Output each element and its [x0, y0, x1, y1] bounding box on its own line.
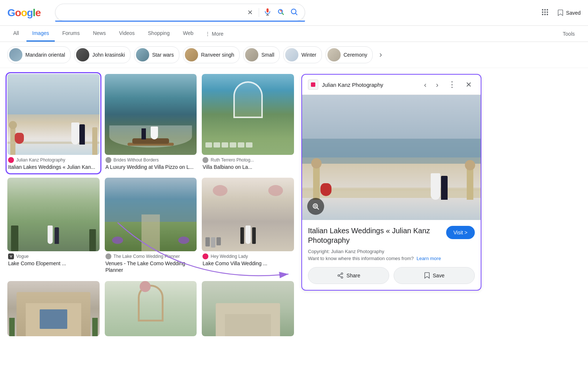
- panel-body: Italian Lakes Weddings « Julian Kanz Pho…: [302, 220, 481, 290]
- save-bookmark-icon: [424, 272, 430, 279]
- panel-next-button[interactable]: ›: [433, 79, 441, 90]
- tab-more[interactable]: ⋮More: [201, 26, 228, 41]
- panel-main-image: [302, 95, 481, 220]
- card-3-title: Villa Balbiano on La...: [202, 164, 293, 170]
- tab-images[interactable]: Images: [26, 26, 55, 42]
- clear-search-button[interactable]: ✕: [245, 8, 255, 17]
- chip-winter[interactable]: Winter: [283, 46, 322, 63]
- svg-line-23: [339, 274, 341, 275]
- chip-ranveer-singh[interactable]: Ranveer singh: [183, 46, 240, 63]
- svg-rect-14: [547, 14, 548, 15]
- card-4-title: Lake Como Elopement ...: [8, 260, 99, 267]
- search-bar-container: wedding photo from lake como ✕: [55, 4, 305, 22]
- mic-icon: [263, 8, 272, 16]
- card-6-title: Lake Como Villa Wedding ...: [202, 260, 293, 267]
- image-grid: Julian Kanz Photography Italian Lakes We…: [0, 68, 301, 342]
- image-card-6[interactable]: Hey Wedding Lady Lake Como Villa Wedding…: [202, 178, 294, 276]
- panel-more-button[interactable]: ⋮: [445, 79, 459, 90]
- chip-mandarin-oriental[interactable]: Mandarin oriental: [7, 46, 71, 63]
- svg-line-17: [317, 208, 319, 210]
- svg-point-20: [338, 275, 340, 277]
- svg-rect-13: [544, 14, 546, 15]
- svg-rect-11: [547, 11, 548, 13]
- card-5-title: Venues - The Lake Como Wedding Planner: [105, 260, 196, 273]
- image-card-9[interactable]: [202, 281, 294, 336]
- filter-chips-row: Mandarin oriental John krasinski Star wa…: [0, 42, 588, 68]
- card-2-title: A Luxury Wedding at Villa Pizzo on L...: [105, 164, 196, 170]
- chips-next-button[interactable]: ›: [376, 50, 385, 60]
- header: Google wedding photo from lake como ✕: [0, 0, 588, 26]
- lens-search-button[interactable]: [276, 7, 286, 18]
- share-icon: [337, 272, 344, 279]
- svg-line-5: [295, 13, 297, 15]
- panel-prev-button[interactable]: ‹: [421, 79, 430, 90]
- saved-button[interactable]: Saved: [557, 9, 581, 17]
- tab-all[interactable]: All: [7, 26, 25, 42]
- panel-favicon: [308, 79, 318, 90]
- image-card-8[interactable]: [105, 281, 197, 336]
- search-input[interactable]: wedding photo from lake como: [61, 9, 241, 16]
- panel-info: Want to know where this information come…: [308, 256, 475, 261]
- image-card-2[interactable]: Brides Without Borders A Luxury Wedding …: [105, 74, 197, 173]
- svg-rect-9: [542, 11, 544, 13]
- panel-close-button[interactable]: ✕: [463, 79, 475, 90]
- chip-star-wars[interactable]: Star wars: [134, 46, 179, 63]
- panel-header: Julian Kanz Photography ‹ › ⋮ ✕: [302, 75, 481, 95]
- image-card-5[interactable]: The Lake Como Wedding Planner Venues - T…: [105, 178, 197, 276]
- svg-rect-10: [544, 11, 546, 13]
- svg-line-22: [339, 276, 341, 277]
- apps-grid-button[interactable]: [539, 6, 551, 19]
- lens-overlay-icon: [311, 202, 320, 211]
- tab-forums[interactable]: Forums: [56, 26, 85, 42]
- search-bar[interactable]: wedding photo from lake como ✕: [55, 4, 305, 21]
- tab-web[interactable]: Web: [177, 26, 200, 42]
- learn-more-link[interactable]: Learn more: [416, 256, 441, 261]
- svg-point-19: [341, 273, 343, 275]
- share-button[interactable]: Share: [308, 267, 389, 284]
- svg-rect-6: [542, 9, 544, 11]
- voice-search-button[interactable]: [263, 7, 272, 18]
- panel-copyright: Copyright: Julian Kanz Photography: [308, 249, 475, 254]
- panel-title: Italian Lakes Weddings « Julian Kanz Pho…: [308, 226, 442, 245]
- image-card-4[interactable]: V Vogue Lake Como Elopement ...: [7, 178, 100, 276]
- svg-rect-7: [544, 9, 546, 11]
- save-button[interactable]: Save: [394, 267, 475, 284]
- header-right: Saved: [539, 6, 581, 19]
- search-submit-button[interactable]: [289, 7, 299, 18]
- main-content: Julian Kanz Photography Italian Lakes We…: [0, 68, 588, 342]
- image-card-1[interactable]: Julian Kanz Photography Italian Lakes We…: [7, 74, 100, 173]
- chip-small[interactable]: Small: [243, 46, 280, 63]
- tab-videos[interactable]: Videos: [113, 26, 141, 42]
- google-logo[interactable]: Google: [7, 7, 48, 19]
- svg-rect-12: [542, 14, 544, 15]
- svg-line-3: [282, 13, 283, 14]
- chip-ceremony[interactable]: Ceremony: [326, 46, 373, 63]
- image-card-3[interactable]: Ruth Terrero Photog... Villa Balbiano on…: [202, 74, 294, 173]
- lens-icon: [277, 8, 285, 16]
- bookmark-icon: [557, 9, 564, 17]
- svg-point-21: [341, 277, 343, 278]
- chip-john-krasinski[interactable]: John krasinski: [74, 46, 130, 63]
- lens-search-overlay-button[interactable]: [307, 198, 324, 215]
- image-card-7[interactable]: [7, 281, 100, 336]
- grid-icon: [541, 8, 549, 16]
- panel-actions: Share Save: [308, 267, 475, 284]
- card-1-title: Italian Lakes Weddings « Julian Kan...: [8, 164, 99, 170]
- svg-point-18: [315, 205, 316, 207]
- nav-tabs: All Images Forums News Videos Shopping W…: [0, 26, 588, 42]
- panel-site-name: Julian Kanz Photography: [322, 82, 417, 88]
- visit-button[interactable]: Visit >: [446, 226, 475, 239]
- side-panel: Julian Kanz Photography ‹ › ⋮ ✕: [301, 74, 481, 291]
- tab-news[interactable]: News: [87, 26, 112, 42]
- tab-shopping[interactable]: Shopping: [142, 26, 176, 42]
- search-icon: [290, 8, 298, 16]
- tools-button[interactable]: Tools: [557, 26, 581, 41]
- svg-rect-8: [547, 9, 548, 11]
